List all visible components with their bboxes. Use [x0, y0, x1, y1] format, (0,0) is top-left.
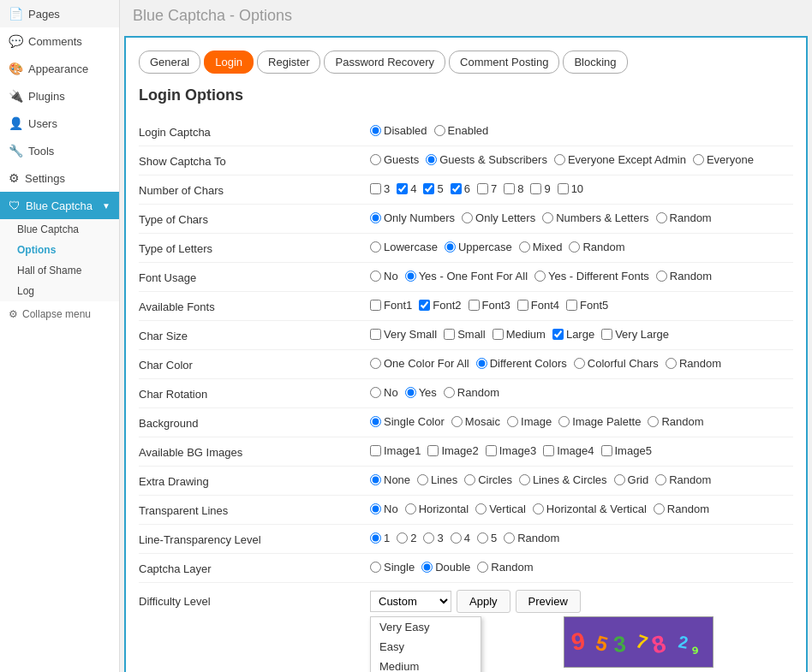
sidebar-item-blue-captcha[interactable]: 🛡 Blue Captcha ▼ [0, 192, 119, 219]
radio-rotation-random[interactable]: Random [444, 386, 499, 399]
radio-uppercase[interactable]: Uppercase [445, 241, 512, 253]
tab-blocking[interactable]: Blocking [563, 51, 627, 74]
radio-yes-different-fonts[interactable]: Yes - Different Fonts [534, 270, 649, 282]
radio-horiz-vert[interactable]: Horizontal & Vertical [533, 503, 647, 515]
radio-circles[interactable]: Circles [464, 473, 512, 486]
check-3[interactable]: 3 [370, 182, 390, 195]
radio-lowercase[interactable]: Lowercase [370, 241, 438, 253]
radio-vertical[interactable]: Vertical [475, 503, 526, 515]
radio-level-4[interactable]: 4 [451, 532, 470, 544]
radio-double[interactable]: Double [421, 561, 470, 574]
radio-none[interactable]: None [370, 473, 410, 486]
radio-level-3[interactable]: 3 [423, 532, 443, 544]
radio-guests-subscribers[interactable]: Guests & Subscribers [426, 153, 547, 166]
radio-rotation-no[interactable]: No [370, 386, 398, 399]
check-very-small[interactable]: Very Small [370, 328, 437, 341]
sidebar-item-users[interactable]: 👤 Users [0, 110, 119, 137]
radio-everyone-except-admin[interactable]: Everyone Except Admin [554, 153, 686, 166]
sidebar-item-pages[interactable]: 📄 Pages [0, 0, 119, 27]
difficulty-select[interactable]: Very Easy Easy Medium Hard Very Hard Too… [370, 591, 451, 612]
tab-register[interactable]: Register [257, 51, 320, 74]
radio-level-random[interactable]: Random [504, 532, 559, 544]
radio-disabled[interactable]: Disabled [370, 124, 427, 137]
option-easy[interactable]: Easy [371, 637, 481, 657]
radio-color-random[interactable]: Random [666, 357, 721, 370]
radio-yes-one-font[interactable]: Yes - One Font For All [405, 270, 528, 282]
radio-single[interactable]: Single [370, 561, 415, 574]
radio-image[interactable]: Image [507, 415, 552, 428]
radio-mosaic[interactable]: Mosaic [451, 415, 500, 428]
radio-horizontal[interactable]: Horizontal [405, 503, 469, 515]
check-font1[interactable]: Font1 [370, 299, 412, 312]
check-5[interactable]: 5 [423, 182, 443, 195]
option-very-easy[interactable]: Very Easy [371, 617, 481, 637]
check-4[interactable]: 4 [397, 182, 416, 195]
check-font5[interactable]: Font5 [566, 299, 608, 312]
check-image1[interactable]: Image1 [370, 444, 421, 457]
radio-type-random[interactable]: Random [656, 211, 712, 224]
check-9[interactable]: 9 [530, 182, 550, 195]
check-image3[interactable]: Image3 [486, 444, 536, 457]
tab-comment-posting[interactable]: Comment Posting [449, 51, 559, 74]
radio-one-color[interactable]: One Color For All [370, 357, 469, 370]
check-font4[interactable]: Font4 [517, 299, 559, 312]
radio-single-color[interactable]: Single Color [370, 415, 445, 428]
check-image4[interactable]: Image4 [543, 444, 594, 457]
collapse-menu-button[interactable]: Collapse menu [0, 301, 119, 327]
check-image2[interactable]: Image2 [427, 444, 478, 457]
radio-different-colors[interactable]: Different Colors [476, 357, 567, 370]
check-font3[interactable]: Font3 [469, 299, 510, 312]
tab-login[interactable]: Login [204, 51, 254, 74]
radio-trans-random[interactable]: Random [654, 503, 709, 515]
radio-lines[interactable]: Lines [417, 473, 457, 486]
radio-trans-no[interactable]: No [370, 503, 398, 515]
radio-image-palette[interactable]: Image Palette [558, 415, 641, 428]
sidebar-item-plugins[interactable]: 🔌 Plugins [0, 82, 119, 110]
preview-button[interactable]: Preview [516, 590, 581, 613]
radio-level-2[interactable]: 2 [397, 532, 416, 544]
svg-text:3: 3 [612, 631, 627, 657]
radio-font-no[interactable]: No [370, 270, 398, 282]
check-medium[interactable]: Medium [493, 328, 546, 341]
radio-level-1[interactable]: 1 [370, 532, 390, 544]
check-7[interactable]: 7 [477, 182, 497, 195]
radio-font-random[interactable]: Random [656, 270, 712, 282]
check-large[interactable]: Large [552, 328, 594, 341]
sidebar-item-tools[interactable]: 🔧 Tools [0, 137, 119, 164]
radio-only-numbers[interactable]: Only Numbers [370, 211, 455, 224]
radio-grid[interactable]: Grid [614, 473, 649, 486]
sidebar-sub-options[interactable]: Options [0, 240, 119, 260]
check-image5[interactable]: Image5 [601, 444, 652, 457]
radio-numbers-letters[interactable]: Numbers & Letters [542, 211, 648, 224]
radio-mixed[interactable]: Mixed [519, 241, 563, 253]
controls-char-color: One Color For All Different Colors Color… [370, 357, 793, 370]
tab-password-recovery[interactable]: Password Recovery [324, 51, 445, 74]
check-font2[interactable]: Font2 [419, 299, 461, 312]
radio-only-letters[interactable]: Only Letters [462, 211, 535, 224]
sidebar-sub-log[interactable]: Log [0, 281, 119, 301]
radio-guests[interactable]: Guests [370, 153, 419, 166]
radio-rotation-yes[interactable]: Yes [405, 386, 437, 399]
check-small[interactable]: Small [444, 328, 486, 341]
radio-lines-circles[interactable]: Lines & Circles [519, 473, 607, 486]
apply-button[interactable]: Apply [457, 590, 510, 613]
radio-drawing-random[interactable]: Random [655, 473, 711, 486]
check-6[interactable]: 6 [451, 182, 470, 195]
radio-colorful-chars[interactable]: Colorful Chars [574, 357, 659, 370]
check-very-large[interactable]: Very Large [601, 328, 669, 341]
sidebar-sub-blue-captcha[interactable]: Blue Captcha [0, 219, 119, 240]
sidebar-item-comments[interactable]: 💬 Comments [0, 27, 119, 55]
option-medium[interactable]: Medium [371, 657, 481, 672]
sidebar-item-appearance[interactable]: 🎨 Appearance [0, 55, 119, 82]
tab-general[interactable]: General [139, 51, 200, 74]
radio-everyone[interactable]: Everyone [693, 153, 754, 166]
sidebar-sub-hall-of-shame[interactable]: Hall of Shame [0, 260, 119, 281]
radio-bg-random[interactable]: Random [648, 415, 703, 428]
radio-letters-random[interactable]: Random [569, 241, 624, 253]
check-8[interactable]: 8 [504, 182, 523, 195]
radio-level-5[interactable]: 5 [477, 532, 497, 544]
check-10[interactable]: 10 [558, 182, 583, 195]
radio-layer-random[interactable]: Random [477, 561, 533, 574]
sidebar-item-settings[interactable]: ⚙ Settings [0, 164, 119, 192]
radio-enabled[interactable]: Enabled [434, 124, 489, 137]
